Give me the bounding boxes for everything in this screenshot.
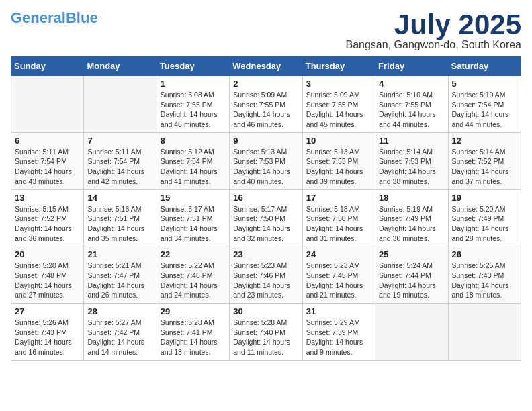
day-info: Sunrise: 5:17 AM Sunset: 7:51 PM Dayligh… — [161, 204, 226, 244]
day-cell: 17Sunrise: 5:18 AM Sunset: 7:50 PM Dayli… — [302, 189, 375, 246]
day-info: Sunrise: 5:10 AM Sunset: 7:54 PM Dayligh… — [452, 90, 517, 130]
page-header: GeneralBlue July 2025 Bangsan, Gangwon-d… — [11, 11, 521, 51]
day-cell — [448, 304, 521, 361]
day-number: 22 — [161, 249, 226, 259]
day-number: 20 — [15, 249, 80, 259]
day-number: 6 — [15, 136, 80, 146]
day-cell: 16Sunrise: 5:17 AM Sunset: 7:50 PM Dayli… — [230, 189, 302, 246]
day-info: Sunrise: 5:21 AM Sunset: 7:47 PM Dayligh… — [87, 261, 152, 300]
day-info: Sunrise: 5:14 AM Sunset: 7:52 PM Dayligh… — [452, 147, 517, 187]
day-info: Sunrise: 5:25 AM Sunset: 7:43 PM Dayligh… — [452, 261, 517, 300]
day-number: 3 — [306, 79, 371, 89]
day-number: 30 — [233, 306, 298, 316]
day-cell: 19Sunrise: 5:20 AM Sunset: 7:49 PM Dayli… — [448, 189, 521, 246]
day-cell: 23Sunrise: 5:23 AM Sunset: 7:46 PM Dayli… — [230, 246, 302, 304]
location: Bangsan, Gangwon-do, South Korea — [345, 39, 521, 51]
day-number: 5 — [452, 79, 517, 89]
day-cell: 5Sunrise: 5:10 AM Sunset: 7:54 PM Daylig… — [448, 76, 521, 133]
day-info: Sunrise: 5:15 AM Sunset: 7:52 PM Dayligh… — [15, 204, 80, 244]
day-cell: 9Sunrise: 5:13 AM Sunset: 7:53 PM Daylig… — [230, 132, 302, 189]
day-number: 4 — [379, 79, 444, 89]
day-info: Sunrise: 5:16 AM Sunset: 7:51 PM Dayligh… — [87, 204, 152, 244]
day-number: 26 — [452, 249, 517, 259]
day-info: Sunrise: 5:11 AM Sunset: 7:54 PM Dayligh… — [15, 147, 80, 187]
day-number: 10 — [306, 136, 371, 146]
day-cell: 1Sunrise: 5:08 AM Sunset: 7:55 PM Daylig… — [157, 76, 229, 133]
day-info: Sunrise: 5:22 AM Sunset: 7:46 PM Dayligh… — [161, 261, 226, 300]
day-info: Sunrise: 5:11 AM Sunset: 7:54 PM Dayligh… — [87, 147, 152, 187]
weekday-header-monday: Monday — [84, 57, 157, 76]
day-info: Sunrise: 5:29 AM Sunset: 7:39 PM Dayligh… — [306, 318, 371, 357]
day-cell: 18Sunrise: 5:19 AM Sunset: 7:49 PM Dayli… — [375, 189, 448, 246]
day-cell: 14Sunrise: 5:16 AM Sunset: 7:51 PM Dayli… — [84, 189, 157, 246]
day-info: Sunrise: 5:20 AM Sunset: 7:48 PM Dayligh… — [15, 261, 80, 300]
day-number: 24 — [306, 249, 371, 259]
weekday-header-tuesday: Tuesday — [157, 57, 229, 76]
day-info: Sunrise: 5:09 AM Sunset: 7:55 PM Dayligh… — [233, 90, 298, 130]
day-number: 21 — [87, 249, 152, 259]
day-cell: 4Sunrise: 5:10 AM Sunset: 7:55 PM Daylig… — [375, 76, 448, 133]
day-cell: 12Sunrise: 5:14 AM Sunset: 7:52 PM Dayli… — [448, 132, 521, 189]
day-cell: 13Sunrise: 5:15 AM Sunset: 7:52 PM Dayli… — [11, 189, 84, 246]
day-cell: 26Sunrise: 5:25 AM Sunset: 7:43 PM Dayli… — [448, 246, 521, 304]
day-number: 2 — [233, 79, 298, 89]
day-cell: 21Sunrise: 5:21 AM Sunset: 7:47 PM Dayli… — [84, 246, 157, 304]
day-number: 15 — [161, 193, 226, 203]
day-number: 31 — [306, 306, 371, 316]
day-cell: 24Sunrise: 5:23 AM Sunset: 7:45 PM Dayli… — [302, 246, 375, 304]
day-number: 16 — [233, 193, 298, 203]
day-info: Sunrise: 5:08 AM Sunset: 7:55 PM Dayligh… — [161, 90, 226, 130]
day-number: 12 — [452, 136, 517, 146]
day-cell: 7Sunrise: 5:11 AM Sunset: 7:54 PM Daylig… — [84, 132, 157, 189]
day-info: Sunrise: 5:23 AM Sunset: 7:45 PM Dayligh… — [306, 261, 371, 300]
day-number: 17 — [306, 193, 371, 203]
day-info: Sunrise: 5:18 AM Sunset: 7:50 PM Dayligh… — [306, 204, 371, 244]
day-number: 8 — [161, 136, 226, 146]
day-info: Sunrise: 5:10 AM Sunset: 7:55 PM Dayligh… — [379, 90, 444, 130]
day-cell — [84, 76, 157, 133]
weekday-header-wednesday: Wednesday — [230, 57, 302, 76]
day-cell: 27Sunrise: 5:26 AM Sunset: 7:43 PM Dayli… — [11, 304, 84, 361]
day-number: 25 — [379, 249, 444, 259]
day-number: 13 — [15, 193, 80, 203]
logo-blue: Blue — [66, 9, 98, 26]
day-cell: 2Sunrise: 5:09 AM Sunset: 7:55 PM Daylig… — [230, 76, 302, 133]
day-cell: 30Sunrise: 5:28 AM Sunset: 7:40 PM Dayli… — [230, 304, 302, 361]
day-info: Sunrise: 5:27 AM Sunset: 7:42 PM Dayligh… — [87, 318, 152, 357]
day-cell — [375, 304, 448, 361]
day-cell: 25Sunrise: 5:24 AM Sunset: 7:44 PM Dayli… — [375, 246, 448, 304]
logo-general: General — [11, 9, 66, 26]
day-info: Sunrise: 5:20 AM Sunset: 7:49 PM Dayligh… — [452, 204, 517, 244]
day-number: 29 — [161, 306, 226, 316]
day-cell: 15Sunrise: 5:17 AM Sunset: 7:51 PM Dayli… — [157, 189, 229, 246]
day-cell: 3Sunrise: 5:09 AM Sunset: 7:55 PM Daylig… — [302, 76, 375, 133]
week-row-4: 20Sunrise: 5:20 AM Sunset: 7:48 PM Dayli… — [11, 246, 521, 304]
day-number: 28 — [87, 306, 152, 316]
logo-text: GeneralBlue — [11, 11, 98, 26]
week-row-1: 1Sunrise: 5:08 AM Sunset: 7:55 PM Daylig… — [11, 76, 521, 133]
month-title: July 2025 — [345, 11, 521, 39]
day-info: Sunrise: 5:19 AM Sunset: 7:49 PM Dayligh… — [379, 204, 444, 244]
weekday-header-friday: Friday — [375, 57, 448, 76]
day-info: Sunrise: 5:26 AM Sunset: 7:43 PM Dayligh… — [15, 318, 80, 357]
day-number: 9 — [233, 136, 298, 146]
day-cell: 29Sunrise: 5:28 AM Sunset: 7:41 PM Dayli… — [157, 304, 229, 361]
day-cell: 20Sunrise: 5:20 AM Sunset: 7:48 PM Dayli… — [11, 246, 84, 304]
day-cell: 11Sunrise: 5:14 AM Sunset: 7:53 PM Dayli… — [375, 132, 448, 189]
day-number: 7 — [87, 136, 152, 146]
day-number: 18 — [379, 193, 444, 203]
day-cell: 8Sunrise: 5:12 AM Sunset: 7:54 PM Daylig… — [157, 132, 229, 189]
day-cell: 10Sunrise: 5:13 AM Sunset: 7:53 PM Dayli… — [302, 132, 375, 189]
weekday-header-saturday: Saturday — [448, 57, 521, 76]
day-number: 27 — [15, 306, 80, 316]
calendar-table: SundayMondayTuesdayWednesdayThursdayFrid… — [11, 56, 521, 361]
title-area: July 2025 Bangsan, Gangwon-do, South Kor… — [345, 11, 521, 51]
day-cell: 6Sunrise: 5:11 AM Sunset: 7:54 PM Daylig… — [11, 132, 84, 189]
day-info: Sunrise: 5:14 AM Sunset: 7:53 PM Dayligh… — [379, 147, 444, 187]
weekday-header-row: SundayMondayTuesdayWednesdayThursdayFrid… — [11, 57, 521, 76]
day-number: 23 — [233, 249, 298, 259]
day-info: Sunrise: 5:28 AM Sunset: 7:41 PM Dayligh… — [161, 318, 226, 357]
week-row-5: 27Sunrise: 5:26 AM Sunset: 7:43 PM Dayli… — [11, 304, 521, 361]
day-info: Sunrise: 5:13 AM Sunset: 7:53 PM Dayligh… — [306, 147, 371, 187]
day-number: 1 — [161, 79, 226, 89]
